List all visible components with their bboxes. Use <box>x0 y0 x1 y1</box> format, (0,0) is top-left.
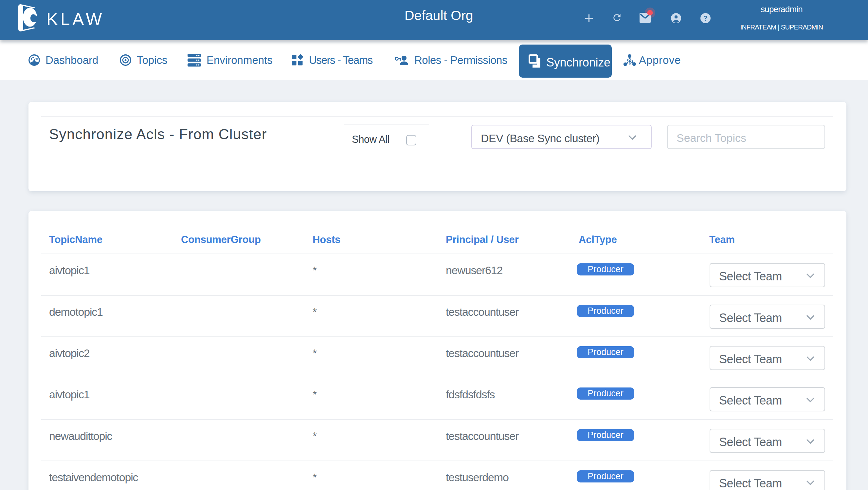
svg-text:?: ? <box>703 14 708 22</box>
